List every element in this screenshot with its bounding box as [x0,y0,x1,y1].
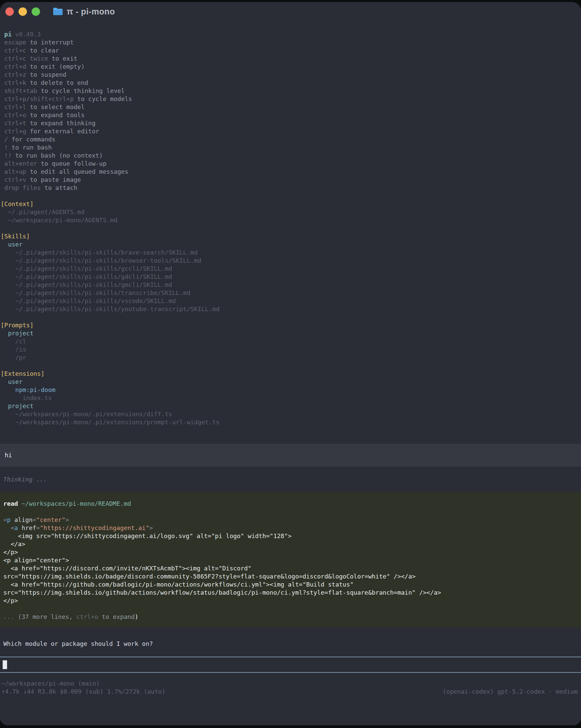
text-segment: drop files [1,184,41,191]
status-usage: ↑4.7k ↓44 R3.8k $0.009 (sub) 1.7%/272k (… [1,687,166,696]
text-segment: </a> [3,541,25,547]
text-segment: /pr [1,354,26,361]
text-segment: for external editor [26,128,99,135]
terminal-line: !! to run bash (no context) [1,152,581,160]
assistant-message: Which module or package should I work on… [0,640,581,648]
text-segment: <p align="center"> [3,556,69,564]
text-segment: ~/.pi/agent/skills/pi-skills/transcribe/… [1,289,190,296]
text-segment: v0.49.3 [12,31,41,38]
text-segment: [Extensions] [1,370,45,377]
terminal-line: ctrl+d to exit (empty) [1,62,581,71]
status-workdir: ~/workspaces/pi-mono (main) [1,679,578,687]
text-segment: read [3,500,18,507]
text-segment: ctrl+g [1,128,26,135]
text-segment: shift+tab [1,87,37,94]
text-segment: alt+enter [1,160,37,167]
terminal-line: user [1,240,581,249]
text-segment: ~/.pi/agent/AGENTS.md [1,208,84,215]
terminal-line: </p> [3,548,578,556]
text-segment: ctrl+p/shift+ctrl+p [1,95,74,102]
text-segment: to queue follow-up [37,160,106,167]
text-segment: <a href="https://discord.com/invite/nKXT… [3,565,252,572]
text-segment: ~/.pi/agent/skills/pi-skills/youtube-tra… [1,305,219,312]
text-segment: / [1,136,8,143]
terminal-line: ... (37 more lines, ctrl+o to expand) [3,613,578,621]
terminal-line: /is [1,345,581,354]
terminal-line: ~/workspaces/pi-mono/.pi/extensions/prom… [1,418,581,426]
terminal-line: ~/.pi/agent/skills/pi-skills/gdcli/SKILL… [1,273,581,281]
text-segment: to suspend [26,71,66,78]
terminal-line: ~/.pi/agent/skills/pi-skills/youtube-tra… [1,305,581,313]
text-segment: ctrl+d [1,63,26,70]
text-segment: ~/workspaces/pi-mono/.pi/extensions/diff… [1,411,172,418]
terminal-line: alt+enter to queue follow-up [1,160,581,168]
text-segment: ~/.pi/agent/skills/pi-skills/gccli/SKILL… [1,265,172,272]
terminal-line [3,605,578,613]
text-segment: to clear [26,47,59,54]
terminal-line: ctrl+c to clear [1,47,581,55]
user-message-text: hi [5,451,12,459]
text-segment: to paste image [26,176,81,183]
text-segment: < [11,524,15,531]
text-segment: pi [1,31,12,38]
text-segment: ctrl+k [1,79,26,86]
terminal-line: ctrl+t to expand thinking [1,119,581,127]
text-segment: to cycle models [74,95,132,102]
text-segment: <img src="https://shittycodingagent.ai/l… [3,532,291,540]
terminal-line: ctrl+p/shift+ctrl+p to cycle models [1,95,581,103]
text-segment: npm:pi-doom [1,386,56,393]
text-segment: ~/.pi/agent/skills/pi-skills/vscode/SKIL… [1,297,176,304]
text-segment: ~/.pi/agent/skills/pi-skills/gdcli/SKILL… [1,273,172,280]
text-segment: ~/workspaces/pi-mono/.pi/extensions/prom… [1,419,219,425]
terminal-line [1,192,581,200]
text-segment: alt+up [1,168,26,175]
terminal-line: npm:pi-doom [1,386,581,394]
text-segment: escape [1,39,26,46]
terminal-line: alt+up to edit all queued messages [1,168,581,176]
text-segment: project [1,402,34,410]
text-segment: to delete to end [26,79,88,86]
text-segment: to run bash [8,144,52,151]
text-segment: "https://shittycodingagent.ai" [40,524,149,531]
terminal-line: shift+tab to cycle thinking level [1,87,581,95]
text-segment: ~/workspaces/pi-mono/AGENTS.md [1,216,117,224]
close-window-button[interactable] [5,7,14,16]
text-segment: > [65,516,69,523]
zoom-window-button[interactable] [32,7,40,16]
text-segment: to exit [48,55,77,62]
text-segment: align [11,516,33,523]
text-segment: ctrl+o [1,111,26,119]
folder-icon [53,7,63,16]
text-segment: ~/.pi/agent/skills/pi-skills/browser-too… [1,257,201,264]
terminal-window: π - pi-mono pi v0.49.3 escape to interru… [0,2,581,725]
text-segment: index.ts [1,394,52,401]
status-row: ↑4.7k ↓44 R3.8k $0.009 (sub) 1.7%/272k (… [1,687,578,696]
window-titlebar: π - pi-mono [0,2,581,21]
text-segment: <a href="https://github.com/badlogic/pi-… [3,581,353,588]
text-segment: ! [1,144,8,151]
text-segment: src="https://img.shields.io/github/actio… [3,589,441,596]
text-segment: user [1,241,23,248]
minimize-window-button[interactable] [19,7,27,16]
text-segment: "center" [36,516,65,523]
terminal-line [1,224,581,232]
text-segment: to interrupt [26,39,74,46]
text-segment: to expand [98,613,135,620]
terminal-line: /pr [1,354,581,362]
text-segment: ctrl+o [76,613,98,620]
prompt-input[interactable] [0,657,581,673]
text-segment [3,524,11,531]
text-segment: a [15,524,18,531]
terminal-line: <p align="center"> [3,556,578,564]
terminal-line: drop files to attach [1,184,581,192]
text-segment: ctrl+t [1,120,26,127]
terminal-line: <img src="https://shittycodingagent.ai/l… [3,532,578,540]
terminal-line: <a href="https://github.com/badlogic/pi-… [3,580,578,589]
user-message-panel: hi [0,444,581,467]
text-segment: < [3,516,7,523]
terminal-line: ~/.pi/agent/skills/pi-skills/gmcli/SKILL… [1,281,581,289]
window-title: π - pi-mono [67,7,115,17]
terminal-line: </p> [3,597,578,605]
terminal-line: read ~/workspaces/pi-mono/README.md [3,500,578,508]
thinking-indicator: Thinking ... [0,475,581,484]
